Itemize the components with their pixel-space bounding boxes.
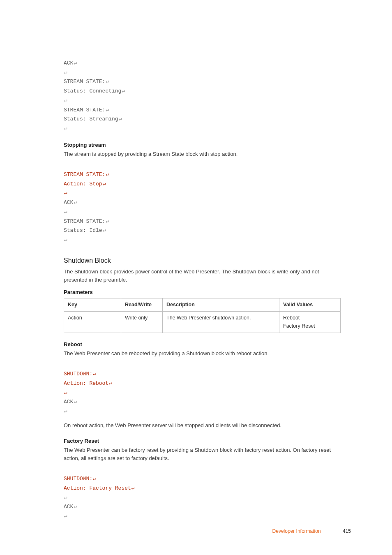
para-stopping-stream: The stream is stopped by providing a Str… [64,150,341,158]
code-line [64,97,67,104]
code-line [64,125,67,132]
col-description: Description [163,298,279,312]
code-block-reboot: SHUTDOWN: Action: Reboot ACK [64,360,341,416]
code-line: STREAM STATE: [64,79,109,85]
cell-description: The Web Presenter shutdown action. [163,312,279,333]
cell-read-write: Write only [121,312,163,333]
code-line: SHUTDOWN: [64,476,96,482]
code-line [64,390,67,396]
code-line: ACK [64,504,77,510]
code-line: Action: Factory Reset [64,485,135,491]
cell-valid-values: Reboot Factory Reset [279,312,341,333]
page-footer: Developer Information 415 [272,527,351,535]
code-line: ACK [64,60,77,66]
para-reboot-note: On reboot action, the Web Presenter serv… [64,421,341,430]
code-line [64,513,67,519]
heading-shutdown-block: Shutdown Block [64,256,341,266]
code-line: STREAM STATE: [64,218,109,224]
code-line [64,495,67,501]
code-line: STREAM STATE: [64,171,109,178]
para-factory-reset: The Web Presenter can be factory reset b… [64,446,341,462]
code-block-factory-reset: SHUTDOWN: Action: Factory Reset ACK [64,465,341,521]
code-line [64,237,67,243]
code-line: Status: Connecting [64,88,125,94]
cell-key: Action [64,312,121,333]
footer-page-number: 415 [343,528,351,534]
code-line [64,209,67,215]
heading-factory-reset: Factory Reset [64,437,341,445]
code-line [64,408,67,414]
para-shutdown-block: The Shutdown block provides power contro… [64,268,341,284]
table-row: Action Write only The Web Presenter shut… [64,312,341,333]
valid-value: Reboot [283,315,300,321]
para-reboot: The Web Presenter can be rebooted by pro… [64,349,341,358]
col-key: Key [64,298,121,312]
heading-stopping-stream: Stopping stream [64,141,341,149]
heading-reboot: Reboot [64,340,341,349]
code-line [64,69,67,76]
heading-parameters: Parameters [64,288,341,296]
parameters-table: Key Read/Write Description Valid Values … [64,298,341,333]
code-line: Status: Idle [64,227,106,234]
code-line: STREAM STATE: [64,107,109,113]
col-valid-values: Valid Values [279,298,341,312]
table-header-row: Key Read/Write Description Valid Values [64,298,341,312]
page: ACK STREAM STATE: Status: Connecting STR… [0,0,392,555]
col-read-write: Read/Write [121,298,163,312]
code-line: SHUTDOWN: [64,371,96,377]
code-block-stream-state-ack: ACK STREAM STATE: Status: Connecting STR… [64,49,341,134]
code-line: Action: Stop [64,181,106,187]
code-line: ACK [64,399,77,405]
footer-section: Developer Information [272,528,321,534]
code-line: ACK [64,199,77,206]
code-line: Action: Reboot [64,380,112,386]
valid-value: Factory Reset [283,323,315,329]
code-line [64,190,67,196]
code-line: Status: Streaming [64,116,122,122]
code-block-stop-stream: STREAM STATE: Action: Stop ACK STREAM ST… [64,161,341,245]
